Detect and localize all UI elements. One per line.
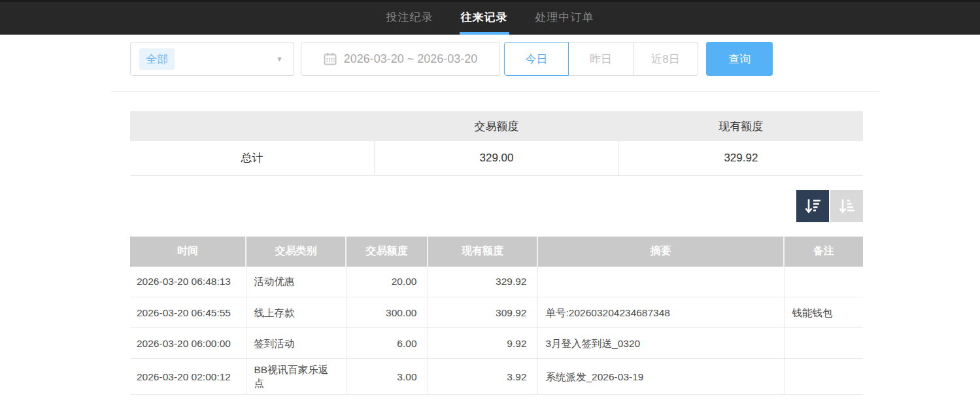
tab-transaction-records[interactable]: 往来记录: [460, 0, 509, 35]
summary-header-current-balance: 现有额度: [618, 111, 863, 141]
cell-type: 活动优惠: [246, 267, 346, 297]
cell-amount: 6.00: [346, 328, 428, 359]
col-header-transaction-amount: 交易额度: [346, 237, 428, 267]
summary-balance-total: 329.92: [618, 141, 863, 175]
search-button[interactable]: 查询: [706, 42, 773, 76]
sort-descending-icon: [803, 197, 822, 215]
cell-amount: 300.00: [346, 297, 428, 328]
summary-total-label: 总计: [130, 141, 375, 175]
cell-note: [784, 267, 863, 297]
cell-time: 2026-03-20 06:00:00: [130, 328, 246, 359]
cell-note: [784, 328, 863, 359]
cell-summary: 单号:202603204234687348: [537, 297, 784, 328]
table-row: 2026-03-20 06:48:13 活动优惠 20.00 329.92: [130, 267, 863, 297]
summary-header-row: 交易额度 现有额度: [130, 111, 863, 141]
filter-row: 全部 ▼ 2026-03-20 ~ 2026-03-20 今日 昨日 近8日 查…: [130, 42, 863, 76]
summary-header-empty: [130, 111, 375, 141]
date-range-input[interactable]: 2026-03-20 ~ 2026-03-20: [301, 42, 500, 76]
records-header-row: 时间 交易类别 交易额度 现有额度 摘要 备注: [130, 237, 863, 267]
sort-descending-button[interactable]: [796, 190, 829, 222]
col-header-type: 交易类别: [246, 237, 346, 267]
summary-total-row: 总计 329.00 329.92: [130, 141, 863, 175]
today-button[interactable]: 今日: [504, 42, 569, 76]
col-header-time: 时间: [130, 237, 246, 267]
last-8-days-button[interactable]: 近8日: [634, 42, 698, 76]
cell-summary: 3月登入签到送_0320: [537, 328, 784, 359]
selected-type-chip[interactable]: 全部: [139, 48, 175, 70]
yesterday-button[interactable]: 昨日: [569, 42, 634, 76]
top-navigation-bar: 投注纪录 往来记录 处理中订单: [0, 0, 980, 35]
table-row: 2026-03-20 06:45:55 线上存款 300.00 309.92 单…: [130, 297, 863, 328]
summary-transaction-total: 329.00: [375, 141, 619, 175]
chevron-down-icon: ▼: [276, 55, 283, 63]
cell-balance: 3.92: [428, 359, 537, 395]
cell-summary: [537, 267, 784, 297]
table-row: 2026-03-20 06:00:00 签到活动 6.00 9.92 3月登入签…: [130, 328, 863, 359]
cell-type: BB视讯百家乐返点: [246, 359, 346, 395]
cell-summary: 系统派发_2026-03-19: [537, 359, 784, 395]
transaction-type-select[interactable]: 全部 ▼: [130, 42, 294, 76]
cell-time: 2026-03-20 06:45:55: [130, 297, 246, 328]
cell-note: 钱能钱包: [784, 297, 863, 328]
col-header-current-balance: 现有额度: [428, 237, 537, 267]
cell-type: 签到活动: [246, 328, 346, 359]
sort-controls: [130, 190, 863, 222]
calendar-icon: [324, 52, 337, 65]
cell-balance: 329.92: [428, 267, 537, 297]
records-table: 时间 交易类别 交易额度 现有额度 摘要 备注 2026-03-20 06:48…: [130, 237, 863, 395]
col-header-note: 备注: [784, 237, 863, 267]
sort-ascending-icon: [837, 197, 856, 215]
cell-type: 线上存款: [246, 297, 346, 328]
cell-balance: 309.92: [428, 297, 537, 328]
sort-ascending-button[interactable]: [830, 190, 863, 222]
cell-note: [784, 359, 863, 395]
table-row: 2026-03-20 02:00:12 BB视讯百家乐返点 3.00 3.92 …: [130, 359, 863, 395]
cell-time: 2026-03-20 02:00:12: [130, 359, 246, 395]
col-header-summary: 摘要: [537, 237, 784, 267]
cell-time: 2026-03-20 06:48:13: [130, 267, 246, 297]
main-content: 全部 ▼ 2026-03-20 ~ 2026-03-20 今日 昨日 近8日 查…: [130, 42, 863, 415]
tab-betting-records[interactable]: 投注纪录: [385, 0, 435, 35]
section-divider: [111, 91, 879, 91]
cell-amount: 3.00: [346, 359, 428, 395]
date-range-value: 2026-03-20 ~ 2026-03-20: [344, 52, 478, 66]
summary-table: 交易额度 现有额度 总计 329.00 329.92: [130, 111, 863, 176]
quick-date-button-group: 今日 昨日 近8日: [504, 42, 698, 76]
cell-amount: 20.00: [346, 267, 428, 297]
cell-balance: 9.92: [428, 328, 537, 359]
tab-processing-orders[interactable]: 处理中订单: [534, 0, 596, 35]
summary-header-transaction-amount: 交易额度: [375, 111, 619, 141]
